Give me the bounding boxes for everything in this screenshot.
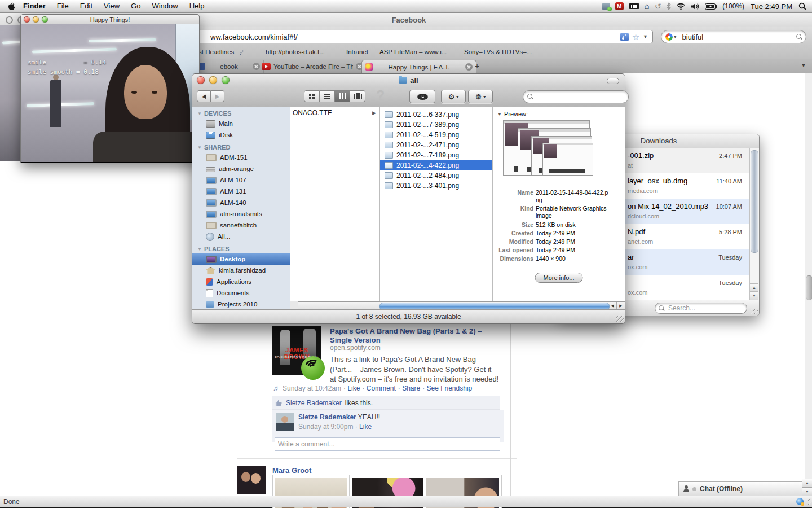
forward-button[interactable]: ▶ — [211, 90, 224, 102]
time-machine-icon[interactable]: ↺ — [655, 1, 661, 11]
search-input[interactable] — [681, 32, 796, 42]
webcam-title-bar[interactable]: Happy Things! — [21, 15, 199, 24]
action-menu-button[interactable]: ⚙ ▾ — [441, 90, 466, 103]
scroll-right-button[interactable]: ▶ — [616, 302, 625, 310]
downloads-search-field[interactable] — [655, 303, 747, 314]
menu-item[interactable]: Go — [125, 2, 146, 10]
finder-search-input[interactable] — [536, 93, 624, 102]
search-magnifier-icon[interactable] — [796, 34, 802, 40]
comment-timestamp[interactable]: Sunday at 9:00pm — [298, 423, 353, 431]
sidebar-group-header[interactable]: ▼ SHARED — [192, 141, 290, 152]
commenter-link[interactable]: Sietze Rademaker — [298, 413, 356, 421]
sidebar-item[interactable]: All... — [192, 231, 290, 242]
browser-scrollbar-thumb[interactable] — [806, 275, 812, 300]
file-row[interactable]: 2011-02-...2-484.png — [380, 170, 492, 181]
battery-icon[interactable] — [705, 1, 717, 11]
sidebar-item[interactable]: sannefabitch — [192, 220, 290, 231]
scroll-down-button[interactable]: ▼ — [750, 291, 758, 300]
album-art[interactable]: JAMES BROWN FOUNDATIONS OF FUNK — [272, 326, 321, 375]
file-row[interactable]: 2011-02-...7-189.png — [380, 150, 492, 160]
bookmark-item[interactable]: ASP FileMan – www.i... — [379, 49, 447, 55]
bookmark-star-icon[interactable]: ☆ — [632, 33, 639, 41]
scroll-up-button[interactable]: ▲ — [750, 283, 758, 292]
disclosure-triangle-icon[interactable]: ▼ — [497, 112, 502, 117]
more-info-button[interactable]: More info... — [535, 273, 582, 283]
volume-icon[interactable] — [691, 1, 700, 11]
post-action-link[interactable]: Like — [343, 384, 360, 392]
search-engine-dropdown-icon[interactable]: ▾ — [674, 34, 677, 40]
tab-facebook[interactable]: ebook — [195, 60, 264, 73]
file-row[interactable]: 2011-02-...7-389.png — [380, 120, 492, 130]
file-row[interactable]: 2011-02-...4-422.png — [380, 160, 492, 170]
sidebar-group-header[interactable]: ▼ PLACES — [192, 242, 290, 253]
network-home-icon[interactable]: ⌂ — [645, 1, 650, 11]
sidebar-item[interactable]: adm-orange — [192, 163, 290, 174]
sidebar-item[interactable]: Main — [192, 118, 290, 129]
sidebar-item[interactable]: Projects 2010 — [192, 299, 290, 310]
file-row[interactable]: 2011-02-...6-337.png — [380, 110, 492, 120]
finder-title-bar[interactable]: all — [192, 74, 625, 86]
sidebar-item[interactable]: ALM-131 — [192, 186, 290, 197]
liker-link[interactable]: Sietze Rademaker — [286, 399, 342, 407]
menu-clock[interactable]: Tue 2:49 PM — [749, 2, 793, 11]
chat-bar[interactable]: Chat (Offline) — [678, 481, 805, 496]
sidebar-item[interactable]: Applications — [192, 276, 290, 287]
post-timestamp[interactable]: Sunday at 10:42am — [283, 384, 341, 392]
menu-item[interactable]: Window — [146, 2, 183, 10]
resize-grip[interactable] — [751, 307, 758, 314]
icon-view-button[interactable] — [304, 90, 320, 102]
menu-item[interactable]: Finder — [17, 2, 51, 10]
toolbar-toggle-button[interactable] — [607, 78, 619, 84]
post2-avatar[interactable] — [237, 466, 266, 494]
post-title-link[interactable]: Papa's Got A Brand New Bag (Parts 1 & 2)… — [330, 327, 496, 345]
sidebar-item[interactable]: ALM-140 — [192, 197, 290, 208]
bookmark-item[interactable]: Sony–TVs & HDTVs–... — [464, 49, 532, 55]
preview-header[interactable]: ▼ Preview: — [493, 107, 625, 117]
sidebar-item[interactable]: ADM-151 — [192, 152, 290, 163]
sidebar-item[interactable]: kimia.farshidzad — [192, 265, 290, 276]
rss-icon[interactable] — [620, 33, 629, 41]
live-bookmark-icon[interactable] — [239, 49, 246, 56]
bluetooth-icon[interactable] — [666, 1, 671, 11]
spotlight-icon[interactable] — [798, 1, 806, 11]
preview-thumbnail[interactable] — [503, 120, 602, 183]
downloads-scrollbar-thumb[interactable] — [751, 150, 758, 253]
dropbox-menu-icon[interactable] — [602, 3, 610, 10]
bookmark-item[interactable]: st Headlines — [198, 49, 234, 55]
write-comment-input[interactable] — [275, 437, 500, 451]
column-view-button[interactable] — [335, 90, 350, 102]
list-all-tabs-icon[interactable]: ▼ — [798, 63, 809, 70]
menu-item[interactable]: Edit — [74, 2, 98, 10]
file-row[interactable]: 2011-02-...2-471.png — [380, 140, 492, 150]
disclosure-triangle-icon[interactable]: ▼ — [197, 247, 202, 252]
sidebar-item[interactable]: Documents — [192, 287, 290, 299]
disclosure-triangle-icon[interactable]: ▼ — [197, 111, 202, 116]
new-tab-button[interactable]: + — [470, 61, 484, 72]
downloads-scrollbar-track[interactable]: ▲ ▼ — [749, 148, 759, 300]
keyboard-battery-icon[interactable] — [629, 3, 639, 9]
sidebar-item[interactable]: iDisk — [192, 129, 290, 141]
post-action-link[interactable]: Comment — [362, 384, 395, 392]
post-action-link[interactable]: See Friendship — [422, 384, 472, 392]
wifi-icon[interactable] — [676, 1, 686, 11]
file-row[interactable]: 2011-02-...4-519.png — [380, 130, 492, 140]
tab-youtube[interactable]: YouTube – Arcade Fire – The S... — [258, 60, 367, 73]
scroll-left-button[interactable]: ◀ — [608, 302, 616, 310]
sidebar-group-header[interactable]: ▼ DEVICES — [192, 107, 290, 118]
post2-author-link[interactable]: Mara Groot — [272, 466, 311, 475]
sidebar-item[interactable]: alm-ronalsmits — [192, 208, 290, 220]
disclosure-triangle-icon[interactable]: ▼ — [197, 145, 202, 150]
menu-item[interactable]: Help — [184, 2, 210, 10]
tab-happy-things[interactable]: Happy Things | F.A.T. — [361, 60, 476, 73]
file-item[interactable]: ONACO.TTF — [290, 107, 379, 117]
sidebar-item[interactable]: Desktop — [192, 253, 290, 265]
menu-item[interactable]: View — [98, 2, 125, 10]
finder-search-field[interactable] — [523, 90, 629, 103]
url-dropdown-icon[interactable]: ▼ — [643, 34, 648, 40]
finder-window[interactable]: all ◀ ▶ ? ⚙ ▾ ☸ ▾ — [192, 73, 625, 324]
share-menu-button[interactable]: ☸ ▾ — [468, 90, 493, 103]
menu-item[interactable]: File — [51, 2, 74, 10]
web-search-field[interactable]: ▾ — [661, 30, 806, 43]
post-action-link[interactable]: Share — [398, 384, 420, 392]
bookmark-item[interactable]: Intranet — [346, 49, 368, 55]
